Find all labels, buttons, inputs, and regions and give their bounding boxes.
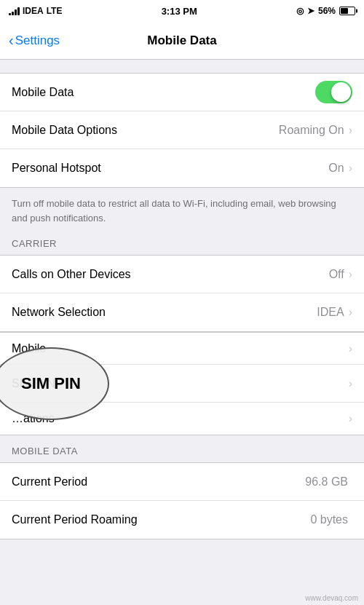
main-settings-group: Mobile Data Mobile Data Options Roaming … [0,73,364,188]
page-title: Mobile Data [147,33,216,48]
network-label: LTE [47,6,63,16]
chevron-right-icon-2: › [349,162,352,175]
carrier-section-header: CARRIER [0,234,364,255]
personal-hotspot-label: Personal Hotspot [12,162,328,175]
personal-hotspot-value: On [328,162,344,175]
calls-other-devices-value: Off [329,268,344,281]
current-period-roaming-row: Current Period Roaming 0 bytes [0,501,364,539]
battery-fill [341,8,348,14]
status-left: IDEA LTE [9,6,62,16]
chevron-right-icon-5: › [349,342,352,355]
time-label: 3:13 PM [162,6,197,17]
notifications-label: …ations [12,412,349,425]
signal-bars [9,7,20,15]
network-selection-label: Network Selection [12,306,317,319]
mobile-data-network-label: Mobile [12,342,344,355]
chevron-right-icon: › [349,124,352,137]
navigation-icon: ➤ [307,6,314,16]
chevron-right-icon-3: › [349,268,352,281]
chevron-right-icon-4: › [349,306,352,319]
mobile-data-section-header: MOBILE DATA [0,435,364,462]
battery-percent: 56% [318,6,336,16]
mobile-data-toggle[interactable] [315,81,352,103]
watermark: www.devaq.com [305,594,358,602]
back-button[interactable]: ‹ Settings [9,32,60,49]
mobile-network-group: Mobile › SIM PIN › SIM PIN …ations › [0,332,364,435]
battery-icon [339,7,355,15]
toggle-knob [331,82,351,102]
current-period-roaming-value: 0 bytes [310,513,348,526]
calls-other-devices-label: Calls on Other Devices [12,268,329,281]
mobile-data-stats-group: Current Period 96.8 GB Current Period Ro… [0,462,364,539]
current-period-row: Current Period 96.8 GB [0,463,364,501]
back-chevron-icon: ‹ [9,32,14,49]
mobile-data-options-label: Mobile Data Options [12,124,279,137]
current-period-label: Current Period [12,475,305,489]
personal-hotspot-row[interactable]: Personal Hotspot On › [0,149,364,187]
chevron-right-icon-7: › [349,412,352,425]
network-selection-row[interactable]: Network Selection IDEA › [0,293,364,331]
sim-pin-label: SIM PIN [12,377,349,390]
mobile-data-options-row[interactable]: Mobile Data Options Roaming On › [0,111,364,149]
mobile-data-network-row[interactable]: Mobile › [0,333,364,365]
mobile-data-label: Mobile Data [12,86,315,99]
status-bar: IDEA LTE 3:13 PM ◎ ➤ 56% [0,0,364,22]
mobile-data-options-value: Roaming On [279,124,344,137]
back-label: Settings [15,33,60,48]
current-period-value: 96.8 GB [305,475,348,489]
carrier-settings-group: Calls on Other Devices Off › Network Sel… [0,255,364,332]
location-icon: ◎ [296,6,304,16]
chevron-right-icon-6: › [349,377,352,390]
current-period-roaming-label: Current Period Roaming [12,513,310,526]
description-text: Turn off mobile data to restrict all dat… [0,188,364,234]
top-spacer [0,60,364,73]
status-right: ◎ ➤ 56% [296,6,355,16]
network-selection-value: IDEA [317,306,344,319]
notifications-row[interactable]: …ations › [0,403,364,435]
calls-other-devices-row[interactable]: Calls on Other Devices Off › [0,256,364,293]
nav-bar: ‹ Settings Mobile Data [0,22,364,60]
carrier-label: IDEA [23,6,44,16]
sim-pin-row[interactable]: SIM PIN › SIM PIN [0,365,364,403]
mobile-data-row: Mobile Data [0,74,364,111]
